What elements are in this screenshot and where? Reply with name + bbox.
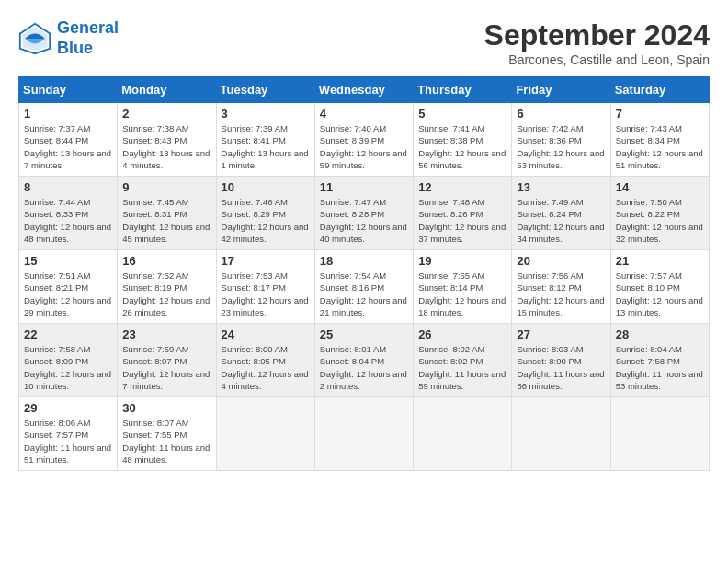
calendar-cell: 27 Sunrise: 8:03 AM Sunset: 8:00 PM Dayl… (512, 324, 610, 397)
calendar-cell: 2 Sunrise: 7:38 AM Sunset: 8:43 PM Dayli… (118, 103, 216, 177)
day-number: 23 (122, 327, 210, 341)
day-info: Sunrise: 7:39 AM Sunset: 8:41 PM Dayligh… (222, 122, 310, 171)
calendar-cell: 11 Sunrise: 7:47 AM Sunset: 8:28 PM Dayl… (314, 177, 413, 250)
day-info: Sunrise: 7:43 AM Sunset: 8:34 PM Dayligh… (616, 122, 704, 171)
calendar-cell: 25 Sunrise: 8:01 AM Sunset: 8:04 PM Dayl… (314, 324, 413, 397)
day-number: 29 (24, 401, 112, 415)
day-info: Sunrise: 8:03 AM Sunset: 8:00 PM Dayligh… (517, 343, 605, 392)
calendar-cell: 12 Sunrise: 7:48 AM Sunset: 8:26 PM Dayl… (414, 177, 512, 250)
day-number: 3 (222, 107, 310, 121)
day-info: Sunrise: 7:55 AM Sunset: 8:14 PM Dayligh… (418, 270, 506, 318)
week-row: 15 Sunrise: 7:51 AM Sunset: 8:21 PM Dayl… (19, 250, 710, 324)
day-info: Sunrise: 7:45 AM Sunset: 8:31 PM Dayligh… (122, 196, 210, 245)
calendar-cell: 26 Sunrise: 8:02 AM Sunset: 8:02 PM Dayl… (414, 324, 512, 397)
week-row: 1 Sunrise: 7:37 AM Sunset: 8:44 PM Dayli… (19, 103, 710, 177)
title-block: September 2024 Barcones, Castille and Le… (484, 18, 710, 67)
day-number: 5 (418, 107, 506, 121)
day-number: 25 (320, 327, 408, 341)
day-number: 15 (24, 254, 112, 268)
calendar-cell: 3 Sunrise: 7:39 AM Sunset: 8:41 PM Dayli… (216, 103, 314, 177)
calendar-cell: 22 Sunrise: 7:58 AM Sunset: 8:09 PM Dayl… (19, 324, 118, 397)
calendar-cell: 8 Sunrise: 7:44 AM Sunset: 8:33 PM Dayli… (19, 177, 118, 250)
day-info: Sunrise: 7:38 AM Sunset: 8:43 PM Dayligh… (122, 122, 210, 171)
day-info: Sunrise: 8:04 AM Sunset: 7:58 PM Dayligh… (616, 343, 704, 392)
calendar-cell: 1 Sunrise: 7:37 AM Sunset: 8:44 PM Dayli… (19, 103, 118, 177)
calendar-table: Sunday Monday Tuesday Wednesday Thursday… (18, 76, 710, 471)
calendar-cell: 14 Sunrise: 7:50 AM Sunset: 8:22 PM Dayl… (610, 177, 709, 250)
calendar-cell: 24 Sunrise: 8:00 AM Sunset: 8:05 PM Dayl… (216, 324, 314, 397)
calendar-cell: 6 Sunrise: 7:42 AM Sunset: 8:36 PM Dayli… (512, 103, 610, 177)
calendar-cell: 5 Sunrise: 7:41 AM Sunset: 8:38 PM Dayli… (414, 103, 512, 177)
calendar-cell (314, 397, 413, 471)
calendar-body: 1 Sunrise: 7:37 AM Sunset: 8:44 PM Dayli… (19, 103, 710, 471)
day-number: 18 (320, 254, 408, 268)
month-title: September 2024 (484, 18, 710, 52)
header-row: Sunday Monday Tuesday Wednesday Thursday… (19, 77, 710, 103)
calendar-cell: 9 Sunrise: 7:45 AM Sunset: 8:31 PM Dayli… (118, 177, 216, 250)
calendar-cell: 28 Sunrise: 8:04 AM Sunset: 7:58 PM Dayl… (610, 324, 709, 397)
calendar-cell: 7 Sunrise: 7:43 AM Sunset: 8:34 PM Dayli… (610, 103, 709, 177)
calendar-cell: 21 Sunrise: 7:57 AM Sunset: 8:10 PM Dayl… (610, 250, 709, 324)
col-friday: Friday (512, 77, 610, 103)
calendar-cell: 23 Sunrise: 7:59 AM Sunset: 8:07 PM Dayl… (118, 324, 216, 397)
week-row: 8 Sunrise: 7:44 AM Sunset: 8:33 PM Dayli… (19, 177, 710, 250)
week-row: 22 Sunrise: 7:58 AM Sunset: 8:09 PM Dayl… (19, 324, 710, 397)
day-number: 11 (320, 180, 408, 194)
calendar-cell: 4 Sunrise: 7:40 AM Sunset: 8:39 PM Dayli… (314, 103, 413, 177)
logo-icon (18, 22, 51, 55)
day-number: 2 (122, 107, 210, 121)
day-info: Sunrise: 7:46 AM Sunset: 8:29 PM Dayligh… (222, 196, 310, 245)
day-info: Sunrise: 7:54 AM Sunset: 8:16 PM Dayligh… (320, 270, 408, 318)
col-tuesday: Tuesday (216, 77, 314, 103)
day-number: 10 (222, 180, 310, 194)
page-header: General Blue September 2024 Barcones, Ca… (18, 18, 710, 67)
day-info: Sunrise: 7:52 AM Sunset: 8:19 PM Dayligh… (122, 270, 210, 318)
day-number: 8 (24, 180, 112, 194)
day-number: 28 (616, 327, 704, 341)
logo-blue: Blue (57, 39, 93, 57)
day-info: Sunrise: 7:58 AM Sunset: 8:09 PM Dayligh… (24, 343, 112, 392)
day-number: 27 (517, 327, 605, 341)
col-sunday: Sunday (19, 77, 118, 103)
day-number: 9 (122, 180, 210, 194)
calendar-cell (414, 397, 512, 471)
day-number: 13 (517, 180, 605, 194)
day-number: 20 (517, 254, 605, 268)
calendar-cell: 20 Sunrise: 7:56 AM Sunset: 8:12 PM Dayl… (512, 250, 610, 324)
calendar-cell: 29 Sunrise: 8:06 AM Sunset: 7:57 PM Dayl… (19, 397, 118, 471)
day-info: Sunrise: 7:59 AM Sunset: 8:07 PM Dayligh… (122, 343, 210, 392)
day-number: 16 (122, 254, 210, 268)
day-number: 4 (320, 107, 408, 121)
calendar-cell: 15 Sunrise: 7:51 AM Sunset: 8:21 PM Dayl… (19, 250, 118, 324)
day-info: Sunrise: 7:37 AM Sunset: 8:44 PM Dayligh… (24, 122, 112, 171)
day-number: 12 (418, 180, 506, 194)
calendar-cell: 18 Sunrise: 7:54 AM Sunset: 8:16 PM Dayl… (314, 250, 413, 324)
day-info: Sunrise: 7:42 AM Sunset: 8:36 PM Dayligh… (517, 122, 605, 171)
calendar-cell: 16 Sunrise: 7:52 AM Sunset: 8:19 PM Dayl… (118, 250, 216, 324)
col-wednesday: Wednesday (314, 77, 413, 103)
day-number: 21 (616, 254, 704, 268)
calendar-cell: 30 Sunrise: 8:07 AM Sunset: 7:55 PM Dayl… (118, 397, 216, 471)
day-info: Sunrise: 8:00 AM Sunset: 8:05 PM Dayligh… (222, 343, 310, 392)
day-info: Sunrise: 7:49 AM Sunset: 8:24 PM Dayligh… (517, 196, 605, 245)
calendar-cell (610, 397, 709, 471)
day-number: 14 (616, 180, 704, 194)
calendar-cell (512, 397, 610, 471)
calendar-cell (216, 397, 314, 471)
day-number: 6 (517, 107, 605, 121)
day-info: Sunrise: 7:53 AM Sunset: 8:17 PM Dayligh… (222, 270, 310, 318)
day-number: 26 (418, 327, 506, 341)
week-row: 29 Sunrise: 8:06 AM Sunset: 7:57 PM Dayl… (19, 397, 710, 471)
day-info: Sunrise: 8:06 AM Sunset: 7:57 PM Dayligh… (24, 417, 112, 465)
day-number: 17 (222, 254, 310, 268)
day-info: Sunrise: 7:56 AM Sunset: 8:12 PM Dayligh… (517, 270, 605, 318)
day-number: 1 (24, 107, 112, 121)
day-info: Sunrise: 7:44 AM Sunset: 8:33 PM Dayligh… (24, 196, 112, 245)
day-info: Sunrise: 7:41 AM Sunset: 8:38 PM Dayligh… (418, 122, 506, 171)
day-info: Sunrise: 8:01 AM Sunset: 8:04 PM Dayligh… (320, 343, 408, 392)
day-number: 7 (616, 107, 704, 121)
calendar-cell: 19 Sunrise: 7:55 AM Sunset: 8:14 PM Dayl… (414, 250, 512, 324)
day-info: Sunrise: 7:40 AM Sunset: 8:39 PM Dayligh… (320, 122, 408, 171)
day-number: 22 (24, 327, 112, 341)
col-thursday: Thursday (414, 77, 512, 103)
